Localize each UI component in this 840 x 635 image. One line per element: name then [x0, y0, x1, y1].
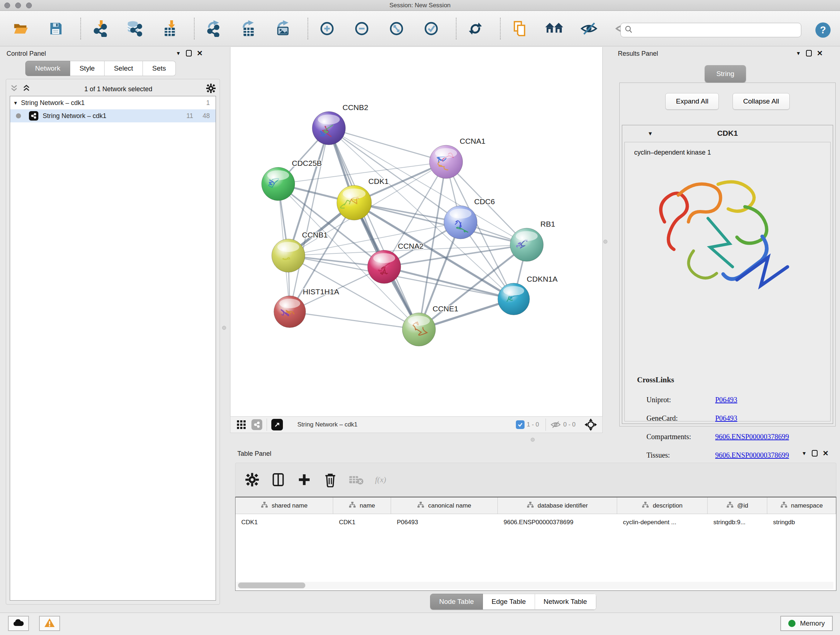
network-edge[interactable] — [290, 128, 329, 312]
maximize-panel-icon[interactable] — [186, 50, 192, 57]
delete-column-icon[interactable] — [322, 472, 338, 488]
tab-style[interactable]: Style — [70, 61, 104, 76]
zoom-fit-icon[interactable] — [386, 19, 407, 39]
float-table-icon[interactable]: ▼ — [802, 450, 807, 456]
results-tab-string[interactable]: String — [705, 65, 746, 82]
select-columns-icon[interactable] — [270, 472, 286, 488]
table-cell[interactable]: 9606.ENSP00000378699 — [498, 514, 617, 531]
network-edge[interactable] — [329, 128, 419, 329]
network-edge[interactable] — [329, 128, 446, 162]
network-node-cdc6[interactable]: CDC6 — [444, 197, 495, 239]
collapse-all-button[interactable]: Collapse All — [733, 93, 789, 110]
expand-all-networks-icon[interactable] — [22, 84, 31, 94]
warning-status-button[interactable] — [39, 616, 60, 631]
close-results-icon[interactable]: ✕ — [817, 50, 823, 57]
column-header--id[interactable]: @id — [707, 497, 767, 514]
network-node-cdk1[interactable]: CDK1 — [337, 177, 388, 220]
column-header-shared-name[interactable]: shared name — [235, 497, 333, 514]
collection-expander-icon[interactable]: ▼ — [10, 100, 21, 106]
search-input[interactable] — [633, 27, 801, 34]
maximize-results-icon[interactable] — [806, 50, 812, 57]
import-table-icon[interactable] — [159, 19, 180, 39]
tab-node-table[interactable]: Node Table — [430, 594, 483, 610]
tab-sets[interactable]: Sets — [143, 61, 176, 76]
export-network-icon[interactable] — [203, 19, 224, 39]
table-cell[interactable]: cyclin-dependent ... — [617, 514, 707, 531]
crosslink-link[interactable]: P06493 — [715, 396, 737, 404]
string-view-icon[interactable] — [251, 419, 262, 430]
add-column-icon[interactable] — [296, 472, 312, 488]
network-collection-row[interactable]: ▼ String Network – cdk1 1 — [10, 96, 216, 109]
float-panel-icon[interactable]: ▼ — [176, 50, 181, 56]
table-cell[interactable]: stringdb:9... — [707, 514, 767, 531]
search-box[interactable] — [621, 23, 801, 37]
table-row[interactable]: CDK1CDK1P064939606.ENSP00000378699cyclin… — [235, 514, 836, 531]
right-splitter-handle[interactable] — [603, 240, 607, 244]
control-panel-title: Control Panel — [6, 50, 46, 57]
network-node-rb1[interactable]: RB1 — [510, 220, 555, 261]
maximize-table-icon[interactable] — [812, 450, 818, 456]
expand-all-button[interactable]: Expand All — [665, 93, 719, 110]
table-settings-icon[interactable] — [244, 472, 260, 488]
crosslink-label: Tissues: — [646, 451, 715, 459]
collapse-all-networks-icon[interactable] — [10, 84, 19, 94]
table-cell[interactable]: CDK1 — [235, 514, 333, 531]
selected-checkbox-icon[interactable] — [516, 420, 524, 429]
close-panel-icon[interactable]: ✕ — [197, 50, 203, 57]
tab-network-table[interactable]: Network Table — [535, 594, 596, 610]
protein-expander-icon[interactable]: ▼ — [647, 130, 653, 136]
open-view-icon[interactable] — [271, 419, 283, 431]
network-node-cdkn1a[interactable]: CDKN1A — [498, 275, 557, 315]
crosslink-link[interactable]: P06493 — [715, 414, 737, 423]
protein-section-header[interactable]: ▼ CDK1 — [622, 125, 833, 141]
network-options-gear-icon[interactable] — [206, 83, 216, 95]
zoom-selected-icon[interactable] — [421, 19, 441, 39]
save-session-icon[interactable] — [46, 19, 66, 39]
table-cell[interactable]: stringdb — [767, 514, 836, 531]
tab-select[interactable]: Select — [104, 61, 143, 76]
crosslink-link[interactable]: 9606.ENSP00000378699 — [715, 432, 789, 441]
birds-eye-crosshair-icon[interactable] — [584, 418, 597, 431]
zoom-out-icon[interactable] — [352, 19, 372, 39]
column-header-name[interactable]: name — [333, 497, 391, 514]
column-header-database-identifier[interactable]: database identifier — [498, 497, 617, 514]
network-node-ccnb1[interactable]: CCNB1 — [272, 231, 328, 272]
float-results-icon[interactable]: ▼ — [796, 50, 801, 56]
hide-details-icon[interactable] — [579, 19, 599, 39]
column-header-canonical-name[interactable]: canonical name — [391, 497, 498, 514]
import-network-file-icon[interactable] — [90, 19, 110, 39]
cloud-status-button[interactable] — [8, 616, 29, 631]
left-splitter-handle[interactable] — [222, 326, 226, 330]
open-session-icon[interactable] — [11, 19, 31, 39]
network-node-ccnb2[interactable]: CCNB2 — [312, 103, 368, 145]
network-node-hist1h1a[interactable]: HIST1H1A — [274, 287, 339, 328]
grid-view-icon[interactable] — [236, 420, 246, 430]
scrollbar-thumb[interactable] — [238, 583, 305, 588]
table-horizontal-scrollbar[interactable] — [236, 582, 834, 589]
houses-icon[interactable] — [544, 19, 564, 39]
network-canvas[interactable]: CCNB2CCNA1CDC25BCDK1CDC6RB1CCNB1CCNA2CDK… — [230, 47, 603, 416]
zoom-in-icon[interactable] — [317, 19, 337, 39]
network-node-ccna1[interactable]: CCNA1 — [429, 137, 485, 179]
help-icon[interactable]: ? — [815, 22, 831, 38]
export-table-icon[interactable] — [238, 19, 258, 39]
table-cell[interactable]: P06493 — [391, 514, 498, 531]
network-tab-panel: 1 of 1 Network selected ▼ String Network… — [6, 79, 220, 605]
network-row[interactable]: String Network – cdk1 11 48 — [10, 109, 216, 122]
column-header-description[interactable]: description — [617, 497, 707, 514]
export-image-icon[interactable] — [273, 19, 293, 39]
apply-layout-icon[interactable] — [465, 19, 485, 39]
tab-edge-table[interactable]: Edge Table — [483, 594, 535, 610]
bottom-splitter-handle[interactable] — [531, 438, 535, 442]
network-edge[interactable] — [354, 203, 527, 245]
duplicate-network-icon[interactable] — [509, 19, 530, 39]
crosslink-link[interactable]: 9606.ENSP00000378699 — [715, 451, 789, 459]
table-cell[interactable]: CDK1 — [333, 514, 391, 531]
network-edge[interactable] — [290, 312, 419, 329]
import-network-database-icon[interactable] — [125, 19, 145, 39]
column-header-namespace[interactable]: namespace — [767, 497, 836, 514]
toolbar-separator — [194, 18, 195, 40]
memory-button[interactable]: Memory — [780, 616, 833, 631]
close-table-icon[interactable]: ✕ — [823, 450, 829, 456]
tab-network[interactable]: Network — [25, 61, 70, 76]
